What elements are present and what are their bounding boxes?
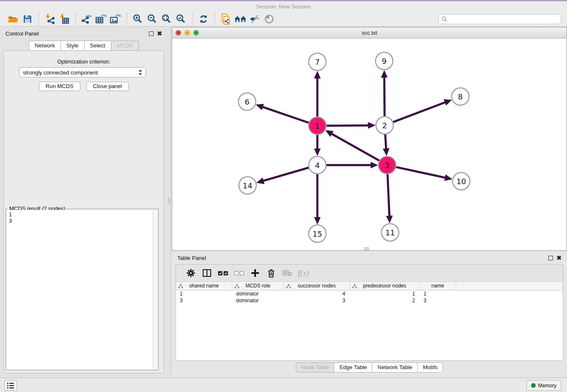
- table-cell[interactable]: dominator: [232, 297, 284, 304]
- eye-slash-icon: [249, 14, 260, 24]
- close-panel-icon[interactable]: ✖: [157, 31, 162, 36]
- task-history-button[interactable]: [4, 380, 17, 391]
- edge-1-2[interactable]: [327, 125, 369, 126]
- import-table-icon: [59, 14, 69, 24]
- column-header-predecessor-nodes[interactable]: predecessor nodes: [350, 282, 420, 290]
- add-column-button[interactable]: [247, 266, 263, 280]
- close-panel-button[interactable]: Close panel: [86, 82, 129, 91]
- node-10[interactable]: 10: [453, 173, 470, 190]
- delete-table-button[interactable]: [279, 266, 295, 280]
- node-15[interactable]: 15: [309, 225, 326, 243]
- node-11[interactable]: 11: [382, 224, 399, 241]
- duplicate-network-button[interactable]: [219, 13, 233, 25]
- table-cell[interactable]: 2: [350, 297, 420, 304]
- show-hide-panel-button[interactable]: [262, 13, 276, 25]
- node-7[interactable]: 7: [309, 53, 326, 71]
- tab-edge-table[interactable]: Edge Table: [334, 362, 372, 373]
- column-header-shared-name[interactable]: shared name: [176, 282, 232, 290]
- table-cell[interactable]: 3: [284, 297, 350, 304]
- column-header-successor-nodes[interactable]: successor nodes: [284, 282, 350, 290]
- svg-text:10: 10: [457, 177, 466, 186]
- export-table-button[interactable]: [94, 13, 108, 25]
- network-window-titlebar[interactable]: scc.txt × − +: [172, 28, 567, 39]
- node-9[interactable]: 9: [376, 52, 393, 70]
- close-table-panel-icon[interactable]: ✖: [556, 256, 561, 260]
- table-cell[interactable]: 3: [176, 297, 232, 304]
- tab-motifs[interactable]: Motifs: [418, 362, 443, 373]
- search-field[interactable]: [438, 14, 561, 24]
- table-row[interactable]: 3dominator323: [176, 297, 563, 304]
- float-table-panel-icon[interactable]: [548, 256, 553, 260]
- memory-button[interactable]: Memory: [526, 380, 561, 391]
- table-cell[interactable]: 3: [420, 297, 456, 304]
- node-6[interactable]: 6: [239, 93, 256, 110]
- node-2[interactable]: 2: [376, 117, 394, 134]
- splitter-grip[interactable]: [168, 198, 171, 204]
- table-cell[interactable]: 4: [284, 290, 350, 297]
- delete-column-button[interactable]: [263, 266, 279, 280]
- tab-network[interactable]: Network: [29, 41, 61, 51]
- table-panel-title: Table Panel: [177, 255, 206, 261]
- deselect-all-button[interactable]: [231, 266, 247, 280]
- save-session-button[interactable]: [20, 13, 35, 25]
- export-image-button[interactable]: [108, 13, 123, 25]
- table-cell[interactable]: 1: [350, 290, 420, 297]
- split-panel-button[interactable]: [199, 266, 215, 280]
- svg-text:7: 7: [315, 58, 319, 66]
- select-all-button[interactable]: [215, 266, 231, 280]
- table-cell[interactable]: dominator: [232, 290, 284, 297]
- zoom-in-button[interactable]: [131, 13, 145, 25]
- import-network-button[interactable]: [43, 13, 57, 25]
- node-14[interactable]: 14: [239, 177, 256, 194]
- home-button[interactable]: [233, 13, 248, 25]
- tab-network-table[interactable]: Network Table: [372, 362, 418, 373]
- table-row[interactable]: 1dominator411: [176, 290, 563, 297]
- duplicate-network-icon: [221, 14, 231, 25]
- main-toolbar: [0, 12, 567, 27]
- open-session-button[interactable]: [6, 13, 20, 25]
- tab-node-table[interactable]: Node Table: [296, 362, 335, 373]
- edge-4-14[interactable]: [263, 168, 309, 181]
- edge-2-8[interactable]: [393, 102, 445, 122]
- table-cell[interactable]: 1: [420, 290, 456, 297]
- zoom-out-button[interactable]: [145, 13, 160, 25]
- run-mcds-button[interactable]: Run MCDS: [39, 82, 80, 91]
- tab-mcds[interactable]: MCDS: [111, 41, 139, 51]
- edge-1-6[interactable]: [262, 107, 309, 123]
- table-header-row: shared nameMCDS rolesuccessor nodesprede…: [176, 282, 563, 290]
- column-header-MCDS-role[interactable]: MCDS role: [232, 282, 284, 290]
- trash-icon: [267, 269, 275, 278]
- edge-3-1[interactable]: [331, 134, 379, 161]
- column-header-name[interactable]: name: [420, 282, 456, 290]
- result-scrollbar[interactable]: [152, 210, 157, 369]
- node-3[interactable]: 3: [379, 157, 396, 174]
- optimization-criterion-select[interactable]: strongly connected component: [19, 67, 146, 77]
- refresh-layout-button[interactable]: [196, 13, 211, 25]
- node-8[interactable]: 8: [452, 88, 469, 105]
- edge-3-11[interactable]: [388, 174, 389, 217]
- node-table-box: f(x) shared nameMCDS rolesuccessor nodes…: [176, 264, 563, 361]
- edge-2-9[interactable]: [384, 77, 385, 116]
- zoom-selected-button[interactable]: [174, 13, 188, 25]
- zoom-fit-button[interactable]: [160, 13, 174, 25]
- gear-icon: [187, 269, 195, 277]
- table-cell[interactable]: 1: [176, 290, 232, 297]
- canvas-resize-handle[interactable]: [364, 247, 369, 250]
- node-4[interactable]: 4: [309, 157, 326, 174]
- export-network-button[interactable]: [80, 13, 94, 25]
- node-1[interactable]: 1: [309, 117, 326, 135]
- import-table-button[interactable]: [57, 13, 72, 25]
- edge-2-3[interactable]: [385, 135, 386, 149]
- network-canvas[interactable]: 7968124314101511: [172, 39, 567, 250]
- edge-3-10[interactable]: [396, 167, 446, 178]
- function-builder-button[interactable]: f(x): [295, 266, 311, 280]
- panel-splitter[interactable]: [168, 27, 172, 377]
- table-settings-button[interactable]: [183, 266, 199, 280]
- search-input[interactable]: [447, 15, 558, 23]
- tab-style[interactable]: Style: [61, 41, 85, 51]
- svg-text:6: 6: [245, 97, 249, 106]
- unchecked-boxes-icon: [234, 271, 244, 276]
- float-panel-icon[interactable]: [149, 31, 154, 36]
- tab-select[interactable]: Select: [85, 41, 111, 51]
- hide-graphics-details-button[interactable]: [248, 13, 262, 25]
